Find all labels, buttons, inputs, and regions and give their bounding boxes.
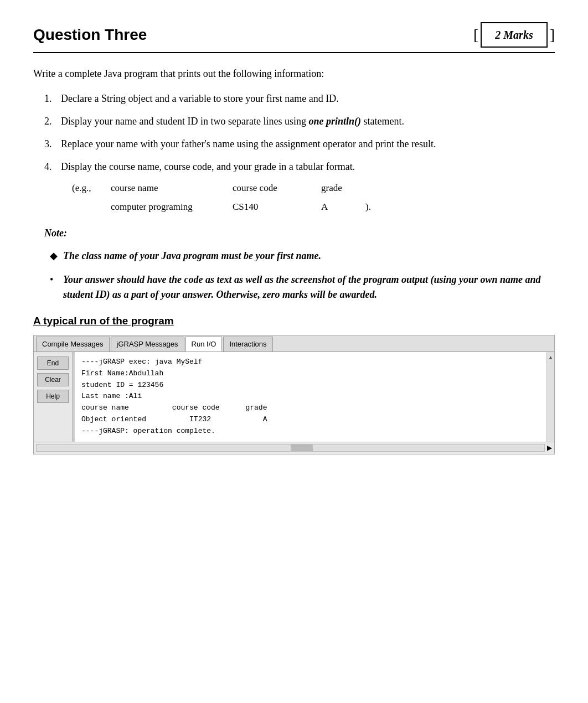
question-header: Question Three [ 2 Marks ] xyxy=(33,22,555,53)
bullet-list: ◆ The class name of your Java program mu… xyxy=(44,249,555,302)
list-item-3: 3. Replace your name with your father's … xyxy=(44,137,555,152)
note-section: Note: ◆ The class name of your Java prog… xyxy=(33,226,555,302)
question-title: Question Three xyxy=(33,23,147,46)
bullet-item-1: ◆ The class name of your Java program mu… xyxy=(50,249,555,263)
tab-header-col2: course name xyxy=(111,181,233,195)
list-item-1: 1. Declare a String object and a variabl… xyxy=(44,91,555,106)
scroll-up-icon[interactable]: ▲ xyxy=(548,353,554,361)
numbered-list: 1. Declare a String object and a variabl… xyxy=(33,91,555,218)
scrollbar-thumb[interactable] xyxy=(291,444,313,451)
list-item-2: 2. Display your name and student ID in t… xyxy=(44,114,555,129)
ide-output: ----jGRASP exec: java MySelf First Name:… xyxy=(81,356,540,437)
clear-button[interactable]: Clear xyxy=(37,373,69,386)
list-content-2: Display your name and student ID in two … xyxy=(61,114,555,129)
help-button[interactable]: Help xyxy=(37,390,69,403)
list-content-1: Declare a String object and a variable t… xyxy=(61,91,555,106)
tab-data-col4: A xyxy=(321,200,365,214)
list-num-4: 4. xyxy=(44,159,61,218)
scroll-right-arrow-icon[interactable]: ▶ xyxy=(547,443,554,453)
scrollbar-right[interactable]: ▲ xyxy=(546,352,554,442)
intro-text: Write a complete Java program that print… xyxy=(33,66,555,81)
note-label: Note: xyxy=(44,226,555,241)
tab-run-io[interactable]: Run I/O xyxy=(185,337,223,352)
bullet-content-1: The class name of your Java program must… xyxy=(63,249,321,263)
tab-interactions[interactable]: Interactions xyxy=(223,337,272,352)
tabular-data-row: computer programing CS140 A ). xyxy=(72,200,555,214)
typical-run-title: A typical run of the program xyxy=(33,313,555,329)
tab-data-col3: CS140 xyxy=(233,200,321,214)
tab-header-col4: grade xyxy=(321,181,365,195)
tabular-example: (e.g., course name course code grade com… xyxy=(72,181,555,214)
bold-italic-println: one println() xyxy=(308,116,361,127)
marks-box: 2 Marks xyxy=(481,22,547,48)
list-item-4: 4. Display the course name, course code,… xyxy=(44,159,555,218)
bullet-text-2: Your answer should have the code as text… xyxy=(63,274,541,300)
ide-sidebar: End Clear Help xyxy=(34,352,73,442)
bullet-content-2: Your answer should have the code as text… xyxy=(63,272,555,302)
tabular-header-row: (e.g., course name course code grade xyxy=(72,181,555,195)
bullet-sym-2: • xyxy=(50,272,63,287)
bullet-sym-1: ◆ xyxy=(50,249,63,263)
ide-tabs: Compile Messages jGRASP Messages Run I/O… xyxy=(34,335,554,353)
list-content-3: Replace your name with your father's nam… xyxy=(61,137,555,152)
list-num-2: 2. xyxy=(44,114,61,129)
ide-window: Compile Messages jGRASP Messages Run I/O… xyxy=(33,335,555,454)
bracket-left: [ xyxy=(473,23,478,46)
tab-data-col1 xyxy=(72,200,111,214)
horizontal-scrollbar[interactable] xyxy=(36,444,545,452)
ide-bottom-bar: ▶ xyxy=(34,442,554,454)
end-button[interactable]: End xyxy=(37,356,69,370)
marks-container: [ 2 Marks ] xyxy=(473,22,555,48)
tab-data-col2: computer programing xyxy=(111,200,233,214)
tab-data-col5: ). xyxy=(365,200,371,214)
bracket-right: ] xyxy=(550,23,555,46)
tab-jgrasp-messages[interactable]: jGRASP Messages xyxy=(111,337,184,352)
tab-compile-messages[interactable]: Compile Messages xyxy=(36,337,110,352)
typical-run-section: A typical run of the program Compile Mes… xyxy=(33,313,555,454)
bullet-text-1: The class name of your Java program must… xyxy=(63,250,321,261)
list-num-3: 3. xyxy=(44,137,61,152)
bullet-item-2: • Your answer should have the code as te… xyxy=(50,272,555,302)
ide-content-area: ----jGRASP exec: java MySelf First Name:… xyxy=(73,352,546,442)
ide-body: End Clear Help ----jGRASP exec: java MyS… xyxy=(34,352,554,442)
list-num-1: 1. xyxy=(44,91,61,106)
tab-header-col1: (e.g., xyxy=(72,181,111,195)
list-content-4: Display the course name, course code, an… xyxy=(61,159,555,218)
tab-header-col3: course code xyxy=(233,181,321,195)
